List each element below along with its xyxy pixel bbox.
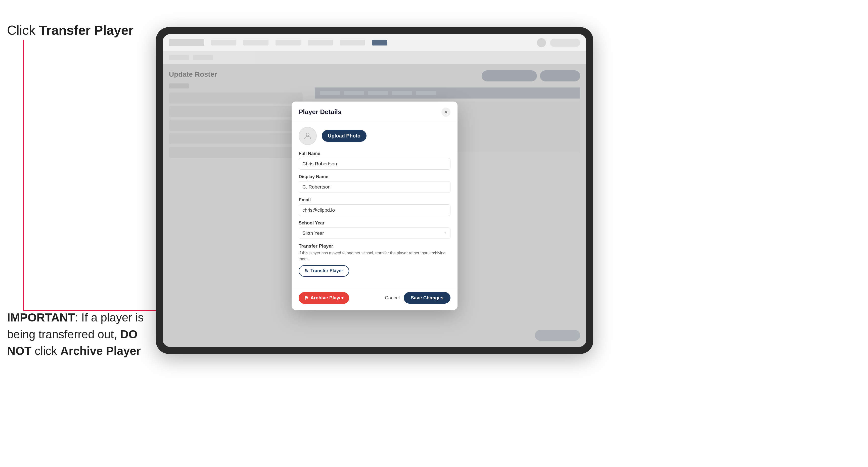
transfer-icon: ↻ (305, 268, 308, 274)
transfer-section-title: Transfer Player (299, 243, 451, 249)
full-name-group: Full Name (299, 151, 451, 170)
instruction-rest2: click (31, 344, 60, 357)
save-changes-button[interactable]: Save Changes (404, 292, 451, 304)
instruction-top: Click Transfer Player (7, 23, 133, 38)
nav-community (243, 40, 269, 45)
subheader-item-2 (193, 55, 213, 60)
upload-photo-button[interactable]: Upload Photo (322, 130, 367, 142)
archive-button-label: Archive Player (310, 295, 344, 301)
header-action-btn (550, 39, 580, 47)
instruction-prefix: Click (7, 23, 39, 37)
transfer-section: Transfer Player If this player has moved… (299, 243, 451, 277)
modal-body: Upload Photo Full Name Display Name (291, 121, 458, 288)
player-details-modal: Player Details × (291, 101, 458, 310)
annotation-line-vertical (23, 40, 24, 311)
nav-roster-active (372, 40, 387, 45)
instruction-bold: Transfer Player (39, 23, 133, 37)
svg-point-0 (306, 133, 309, 136)
school-year-group: School Year First Year Second Year Third… (299, 220, 451, 239)
user-avatar (537, 38, 546, 47)
app-logo (169, 39, 204, 46)
modal-overlay: Player Details × (163, 64, 586, 347)
photo-avatar (299, 127, 317, 145)
display-name-label: Display Name (299, 174, 451, 180)
close-icon: × (444, 109, 447, 115)
school-year-label: School Year (299, 220, 451, 226)
subheader-item-1 (169, 55, 189, 60)
important-label: IMPORTANT (7, 311, 75, 324)
tablet-device: Update Roster (156, 27, 593, 354)
archive-player-button[interactable]: ⚑ Archive Player (299, 292, 349, 304)
nav-add-player (340, 40, 365, 45)
nav-team (276, 40, 301, 45)
school-year-select[interactable]: First Year Second Year Third Year Fourth… (299, 227, 451, 239)
nav-dashboard (211, 40, 236, 45)
tablet-screen: Update Roster (163, 34, 586, 347)
modal-footer: ⚑ Archive Player Cancel Save Changes (291, 288, 458, 310)
email-label: Email (299, 197, 451, 203)
cancel-button[interactable]: Cancel (385, 295, 400, 301)
user-icon (303, 131, 312, 141)
instruction-bottom: IMPORTANT: If a player is being transfer… (7, 309, 158, 360)
transfer-button-label: Transfer Player (310, 268, 343, 274)
modal-close-button[interactable]: × (441, 107, 451, 117)
display-name-group: Display Name (299, 174, 451, 193)
display-name-input[interactable] (299, 181, 451, 193)
app-subheader (163, 51, 586, 64)
archive-icon: ⚑ (304, 295, 308, 301)
modal-title: Player Details (299, 108, 342, 116)
full-name-label: Full Name (299, 151, 451, 156)
email-input[interactable] (299, 204, 451, 216)
modal-header: Player Details × (291, 101, 458, 121)
transfer-player-button[interactable]: ↻ Transfer Player (299, 265, 349, 277)
photo-upload-row: Upload Photo (299, 127, 451, 145)
transfer-section-description: If this player has moved to another scho… (299, 250, 451, 262)
app-header (163, 34, 586, 51)
full-name-input[interactable] (299, 158, 451, 170)
nav-schedule (308, 40, 333, 45)
email-group: Email (299, 197, 451, 216)
header-right (537, 38, 580, 47)
app-content: Update Roster (163, 64, 586, 347)
archive-label-note: Archive Player (60, 344, 141, 357)
